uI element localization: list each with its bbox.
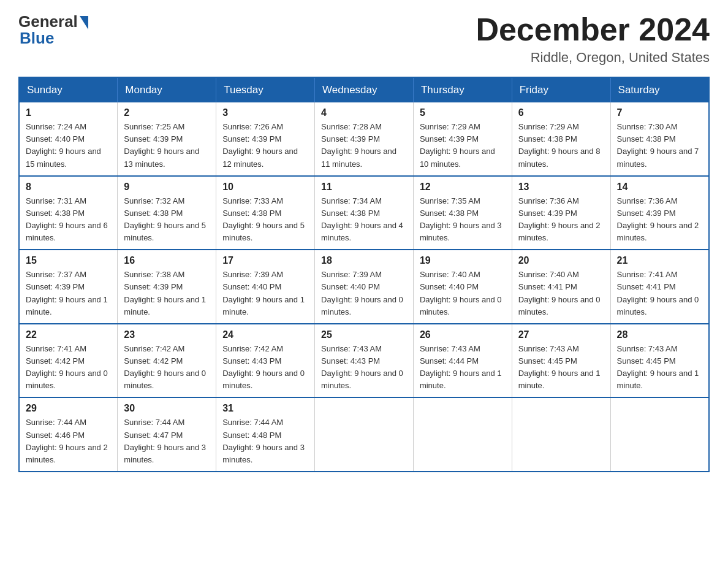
- calendar-cell: [512, 397, 610, 472]
- page-header: General Blue December 2024 Riddle, Orego…: [18, 12, 710, 66]
- logo: General Blue: [18, 12, 88, 48]
- calendar-cell: 13 Sunrise: 7:36 AMSunset: 4:39 PMDaylig…: [512, 176, 610, 250]
- day-number: 26: [420, 329, 506, 340]
- calendar-cell: 15 Sunrise: 7:37 AMSunset: 4:39 PMDaylig…: [19, 250, 118, 324]
- calendar-cell: 3 Sunrise: 7:26 AMSunset: 4:39 PMDayligh…: [216, 102, 315, 176]
- day-number: 1: [26, 107, 111, 118]
- month-title: December 2024: [476, 12, 710, 47]
- day-info: Sunrise: 7:26 AMSunset: 4:39 PMDaylight:…: [222, 122, 298, 168]
- calendar-cell: 27 Sunrise: 7:43 AMSunset: 4:45 PMDaylig…: [512, 324, 610, 398]
- day-number: 7: [617, 107, 702, 118]
- calendar-cell: 22 Sunrise: 7:41 AMSunset: 4:42 PMDaylig…: [19, 324, 118, 398]
- calendar-cell: 17 Sunrise: 7:39 AMSunset: 4:40 PMDaylig…: [216, 250, 315, 324]
- day-number: 31: [222, 403, 308, 414]
- day-info: Sunrise: 7:42 AMSunset: 4:43 PMDaylight:…: [222, 344, 305, 390]
- day-info: Sunrise: 7:30 AMSunset: 4:38 PMDaylight:…: [617, 122, 699, 168]
- calendar-week-row: 15 Sunrise: 7:37 AMSunset: 4:39 PMDaylig…: [19, 250, 709, 324]
- calendar-cell: 31 Sunrise: 7:44 AMSunset: 4:48 PMDaylig…: [216, 397, 315, 472]
- day-number: 15: [26, 255, 111, 266]
- calendar-cell: 8 Sunrise: 7:31 AMSunset: 4:38 PMDayligh…: [19, 176, 118, 250]
- day-number: 22: [26, 329, 111, 340]
- day-number: 10: [222, 182, 308, 193]
- day-number: 23: [124, 329, 210, 340]
- day-info: Sunrise: 7:34 AMSunset: 4:38 PMDaylight:…: [321, 196, 403, 242]
- calendar-cell: 20 Sunrise: 7:40 AMSunset: 4:41 PMDaylig…: [512, 250, 610, 324]
- logo-blue-text: Blue: [20, 29, 54, 48]
- day-info: Sunrise: 7:28 AMSunset: 4:39 PMDaylight:…: [321, 122, 396, 168]
- day-info: Sunrise: 7:40 AMSunset: 4:40 PMDaylight:…: [420, 270, 502, 316]
- calendar-header-sunday: Sunday: [19, 77, 118, 102]
- calendar-cell: 25 Sunrise: 7:43 AMSunset: 4:43 PMDaylig…: [315, 324, 414, 398]
- day-info: Sunrise: 7:39 AMSunset: 4:40 PMDaylight:…: [222, 270, 305, 316]
- calendar-cell: 1 Sunrise: 7:24 AMSunset: 4:40 PMDayligh…: [19, 102, 118, 176]
- day-info: Sunrise: 7:38 AMSunset: 4:39 PMDaylight:…: [124, 270, 206, 316]
- day-info: Sunrise: 7:25 AMSunset: 4:39 PMDaylight:…: [124, 122, 199, 168]
- calendar-week-row: 1 Sunrise: 7:24 AMSunset: 4:40 PMDayligh…: [19, 102, 709, 176]
- day-info: Sunrise: 7:37 AMSunset: 4:39 PMDaylight:…: [26, 270, 108, 316]
- calendar-table: SundayMondayTuesdayWednesdayThursdayFrid…: [18, 77, 710, 472]
- day-info: Sunrise: 7:39 AMSunset: 4:40 PMDaylight:…: [321, 270, 403, 316]
- day-info: Sunrise: 7:43 AMSunset: 4:43 PMDaylight:…: [321, 344, 403, 390]
- calendar-week-row: 22 Sunrise: 7:41 AMSunset: 4:42 PMDaylig…: [19, 324, 709, 398]
- day-info: Sunrise: 7:41 AMSunset: 4:41 PMDaylight:…: [617, 270, 699, 316]
- day-info: Sunrise: 7:24 AMSunset: 4:40 PMDaylight:…: [26, 122, 101, 168]
- calendar-cell: 14 Sunrise: 7:36 AMSunset: 4:39 PMDaylig…: [610, 176, 709, 250]
- calendar-cell: 10 Sunrise: 7:33 AMSunset: 4:38 PMDaylig…: [216, 176, 315, 250]
- day-info: Sunrise: 7:41 AMSunset: 4:42 PMDaylight:…: [26, 344, 108, 390]
- day-info: Sunrise: 7:44 AMSunset: 4:48 PMDaylight:…: [222, 418, 305, 464]
- calendar-cell: 16 Sunrise: 7:38 AMSunset: 4:39 PMDaylig…: [118, 250, 216, 324]
- day-number: 8: [26, 182, 111, 193]
- day-info: Sunrise: 7:43 AMSunset: 4:45 PMDaylight:…: [617, 344, 699, 390]
- calendar-cell: 5 Sunrise: 7:29 AMSunset: 4:39 PMDayligh…: [413, 102, 512, 176]
- day-number: 14: [617, 182, 702, 193]
- calendar-cell: 24 Sunrise: 7:42 AMSunset: 4:43 PMDaylig…: [216, 324, 315, 398]
- day-number: 30: [124, 403, 210, 414]
- day-info: Sunrise: 7:36 AMSunset: 4:39 PMDaylight:…: [518, 196, 601, 242]
- day-info: Sunrise: 7:44 AMSunset: 4:47 PMDaylight:…: [124, 418, 206, 464]
- day-info: Sunrise: 7:44 AMSunset: 4:46 PMDaylight:…: [26, 418, 108, 464]
- day-info: Sunrise: 7:29 AMSunset: 4:39 PMDaylight:…: [420, 122, 495, 168]
- day-number: 12: [420, 182, 506, 193]
- day-number: 9: [124, 182, 210, 193]
- day-info: Sunrise: 7:35 AMSunset: 4:38 PMDaylight:…: [420, 196, 502, 242]
- calendar-cell: 29 Sunrise: 7:44 AMSunset: 4:46 PMDaylig…: [19, 397, 118, 472]
- calendar-cell: 21 Sunrise: 7:41 AMSunset: 4:41 PMDaylig…: [610, 250, 709, 324]
- calendar-header-tuesday: Tuesday: [216, 77, 315, 102]
- day-number: 2: [124, 107, 210, 118]
- day-number: 19: [420, 255, 506, 266]
- day-number: 17: [222, 255, 308, 266]
- calendar-cell: 18 Sunrise: 7:39 AMSunset: 4:40 PMDaylig…: [315, 250, 414, 324]
- day-info: Sunrise: 7:43 AMSunset: 4:45 PMDaylight:…: [518, 344, 601, 390]
- calendar-cell: 6 Sunrise: 7:29 AMSunset: 4:38 PMDayligh…: [512, 102, 610, 176]
- day-number: 3: [222, 107, 308, 118]
- day-number: 28: [617, 329, 702, 340]
- calendar-cell: 9 Sunrise: 7:32 AMSunset: 4:38 PMDayligh…: [118, 176, 216, 250]
- day-number: 4: [321, 107, 407, 118]
- calendar-cell: [413, 397, 512, 472]
- calendar-header-monday: Monday: [118, 77, 216, 102]
- calendar-cell: 26 Sunrise: 7:43 AMSunset: 4:44 PMDaylig…: [413, 324, 512, 398]
- calendar-header-friday: Friday: [512, 77, 610, 102]
- day-number: 24: [222, 329, 308, 340]
- calendar-cell: [315, 397, 414, 472]
- location-title: Riddle, Oregon, United States: [476, 50, 710, 66]
- day-number: 5: [420, 107, 506, 118]
- calendar-cell: 7 Sunrise: 7:30 AMSunset: 4:38 PMDayligh…: [610, 102, 709, 176]
- title-section: December 2024 Riddle, Oregon, United Sta…: [476, 12, 710, 66]
- calendar-header-row: SundayMondayTuesdayWednesdayThursdayFrid…: [19, 77, 709, 102]
- calendar-cell: [610, 397, 709, 472]
- day-number: 21: [617, 255, 702, 266]
- calendar-cell: 30 Sunrise: 7:44 AMSunset: 4:47 PMDaylig…: [118, 397, 216, 472]
- day-info: Sunrise: 7:33 AMSunset: 4:38 PMDaylight:…: [222, 196, 305, 242]
- day-info: Sunrise: 7:42 AMSunset: 4:42 PMDaylight:…: [124, 344, 206, 390]
- day-number: 27: [518, 329, 604, 340]
- calendar-cell: 2 Sunrise: 7:25 AMSunset: 4:39 PMDayligh…: [118, 102, 216, 176]
- day-number: 20: [518, 255, 604, 266]
- day-number: 6: [518, 107, 604, 118]
- calendar-header-thursday: Thursday: [413, 77, 512, 102]
- day-info: Sunrise: 7:29 AMSunset: 4:38 PMDaylight:…: [518, 122, 601, 168]
- day-number: 25: [321, 329, 407, 340]
- calendar-cell: 11 Sunrise: 7:34 AMSunset: 4:38 PMDaylig…: [315, 176, 414, 250]
- calendar-cell: 28 Sunrise: 7:43 AMSunset: 4:45 PMDaylig…: [610, 324, 709, 398]
- calendar-cell: 23 Sunrise: 7:42 AMSunset: 4:42 PMDaylig…: [118, 324, 216, 398]
